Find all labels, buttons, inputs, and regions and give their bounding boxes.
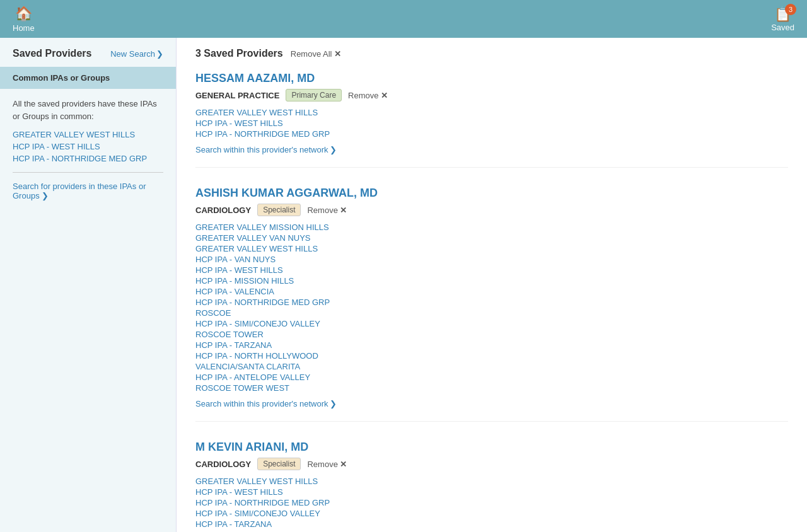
sidebar-description: All the saved providers have these IPAs … bbox=[13, 98, 163, 122]
provider-ipa-link[interactable]: GREATER VALLEY WEST HILLS bbox=[195, 108, 788, 117]
saved-label: Saved bbox=[771, 23, 794, 32]
provider-ipa-link[interactable]: HCP IPA - ANTELOPE VALLEY bbox=[195, 373, 788, 382]
provider-ipa-link[interactable]: HCP IPA - NORTHRIDGE MED GRP bbox=[195, 298, 788, 307]
provider-type-badge: Specialist bbox=[257, 204, 301, 216]
saved-badge: 3 bbox=[785, 4, 796, 15]
provider-ipa-link[interactable]: HCP IPA - TARZANA bbox=[195, 340, 788, 350]
provider-name[interactable]: M KEVIN ARIANI, MD bbox=[195, 441, 788, 454]
provider-ipa-link[interactable]: GREATER VALLEY MISSION HILLS bbox=[195, 223, 788, 232]
provider-ipa-link[interactable]: HCP IPA - NORTHRIDGE MED GRP bbox=[195, 498, 788, 507]
provider-ipas: GREATER VALLEY WEST HILLSHCP IPA - WEST … bbox=[195, 477, 788, 529]
provider-ipa-link[interactable]: HCP IPA - WEST HILLS bbox=[195, 487, 788, 497]
provider-ipa-link[interactable]: HCP IPA - VAN NUYS bbox=[195, 255, 788, 264]
remove-x: ✕ bbox=[340, 205, 347, 215]
common-groups-list: GREATER VALLEY WEST HILLSHCP IPA - WEST … bbox=[13, 130, 163, 163]
provider-meta: GENERAL PRACTICEPrimary CareRemove ✕ bbox=[195, 89, 788, 101]
saved-icon-wrap: 📋 3 bbox=[774, 6, 791, 23]
saved-header: 3 Saved Providers Remove All ✕ bbox=[195, 48, 788, 59]
remove-provider-link[interactable]: Remove ✕ bbox=[307, 205, 346, 215]
provider-ipa-link[interactable]: GREATER VALLEY WEST HILLS bbox=[195, 244, 788, 253]
saved-count: 3 Saved Providers bbox=[195, 48, 283, 59]
sidebar-common-group[interactable]: HCP IPA - NORTHRIDGE MED GRP bbox=[13, 154, 163, 163]
sidebar-common-group[interactable]: GREATER VALLEY WEST HILLS bbox=[13, 130, 163, 139]
provider-ipa-link[interactable]: HCP IPA - SIMI/CONEJO VALLEY bbox=[195, 319, 788, 328]
sidebar-header: Saved Providers New Search ❯ bbox=[0, 38, 176, 67]
provider-ipa-link[interactable]: ROSCOE TOWER bbox=[195, 330, 788, 339]
new-search-link[interactable]: New Search ❯ bbox=[110, 49, 163, 59]
remove-label: Remove bbox=[307, 205, 337, 215]
search-network-label: Search within this provider's network bbox=[195, 145, 328, 154]
remove-provider-link[interactable]: Remove ✕ bbox=[307, 460, 346, 469]
provider-card: ASHISH KUMAR AGGARWAL, MDCARDIOLOGYSpeci… bbox=[195, 187, 788, 422]
provider-name[interactable]: ASHISH KUMAR AGGARWAL, MD bbox=[195, 187, 788, 200]
header: 🏠 Home 📋 3 Saved bbox=[0, 0, 807, 38]
sidebar-common-group[interactable]: HCP IPA - WEST HILLS bbox=[13, 142, 163, 151]
home-icon: 🏠 bbox=[15, 6, 32, 22]
provider-type-badge: Primary Care bbox=[286, 89, 342, 101]
provider-card: HESSAM AAZAMI, MDGENERAL PRACTICEPrimary… bbox=[195, 72, 788, 168]
provider-ipa-link[interactable]: HCP IPA - SIMI/CONEJO VALLEY bbox=[195, 509, 788, 518]
sidebar-divider bbox=[13, 172, 163, 173]
provider-ipa-link[interactable]: HCP IPA - WEST HILLS bbox=[195, 119, 788, 128]
remove-provider-link[interactable]: Remove ✕ bbox=[348, 91, 387, 100]
provider-ipa-link[interactable]: HCP IPA - MISSION HILLS bbox=[195, 276, 788, 286]
provider-specialty: CARDIOLOGY bbox=[195, 460, 251, 469]
remove-x: ✕ bbox=[381, 91, 388, 100]
home-nav[interactable]: 🏠 Home bbox=[13, 6, 35, 33]
provider-specialty: GENERAL PRACTICE bbox=[195, 91, 279, 100]
search-network-link[interactable]: Search within this provider's network ❯ bbox=[195, 399, 337, 408]
provider-ipa-link[interactable]: HCP IPA - TARZANA bbox=[195, 519, 788, 529]
remove-label: Remove bbox=[307, 460, 337, 469]
provider-ipas: GREATER VALLEY WEST HILLSHCP IPA - WEST … bbox=[195, 108, 788, 139]
search-in-groups-link[interactable]: Search for providers in these IPAs or Gr… bbox=[13, 182, 146, 200]
home-label: Home bbox=[13, 23, 35, 33]
remove-x: ✕ bbox=[340, 460, 347, 469]
sidebar-content: All the saved providers have these IPAs … bbox=[0, 89, 176, 209]
sidebar-section-header: Common IPAs or Groups bbox=[0, 67, 176, 89]
saved-nav[interactable]: 📋 3 Saved bbox=[771, 6, 794, 32]
provider-ipa-link[interactable]: HCP IPA - VALENCIA bbox=[195, 287, 788, 296]
sidebar: Saved Providers New Search ❯ Common IPAs… bbox=[0, 38, 177, 532]
search-network-arrow: ❯ bbox=[330, 145, 337, 154]
provider-ipa-link[interactable]: HCP IPA - NORTH HOLLYWOOD bbox=[195, 351, 788, 361]
provider-meta: CARDIOLOGYSpecialistRemove ✕ bbox=[195, 204, 788, 216]
provider-ipa-link[interactable]: VALENCIA/SANTA CLARITA bbox=[195, 362, 788, 371]
provider-ipas: GREATER VALLEY MISSION HILLSGREATER VALL… bbox=[195, 223, 788, 393]
provider-name[interactable]: HESSAM AAZAMI, MD bbox=[195, 72, 788, 85]
sidebar-title: Saved Providers bbox=[13, 48, 91, 59]
provider-meta: CARDIOLOGYSpecialistRemove ✕ bbox=[195, 458, 788, 470]
provider-specialty: CARDIOLOGY bbox=[195, 205, 251, 215]
remove-all-label: Remove All bbox=[291, 49, 332, 59]
main-content: 3 Saved Providers Remove All ✕ HESSAM AA… bbox=[177, 38, 807, 532]
main-layout: Saved Providers New Search ❯ Common IPAs… bbox=[0, 38, 807, 532]
provider-type-badge: Specialist bbox=[257, 458, 301, 470]
provider-ipa-link[interactable]: ROSCOE bbox=[195, 308, 788, 318]
provider-ipa-link[interactable]: HCP IPA - NORTHRIDGE MED GRP bbox=[195, 129, 788, 139]
provider-ipa-link[interactable]: HCP IPA - WEST HILLS bbox=[195, 265, 788, 275]
provider-ipa-link[interactable]: ROSCOE TOWER WEST bbox=[195, 383, 788, 393]
provider-ipa-link[interactable]: GREATER VALLEY WEST HILLS bbox=[195, 477, 788, 486]
remove-all-x: ✕ bbox=[334, 49, 341, 59]
search-network-label: Search within this provider's network bbox=[195, 399, 328, 408]
providers-container: HESSAM AAZAMI, MDGENERAL PRACTICEPrimary… bbox=[195, 72, 788, 532]
new-search-arrow: ❯ bbox=[156, 49, 163, 59]
search-network-link[interactable]: Search within this provider's network ❯ bbox=[195, 145, 337, 154]
search-groups-arrow: ❯ bbox=[42, 191, 49, 200]
provider-card: M KEVIN ARIANI, MDCARDIOLOGYSpecialistRe… bbox=[195, 441, 788, 532]
new-search-label: New Search bbox=[110, 49, 155, 59]
remove-all-link[interactable]: Remove All ✕ bbox=[291, 49, 341, 59]
search-network-arrow: ❯ bbox=[330, 399, 337, 408]
search-groups-label: Search for providers in these IPAs or Gr… bbox=[13, 182, 146, 200]
provider-ipa-link[interactable]: GREATER VALLEY VAN NUYS bbox=[195, 233, 788, 243]
remove-label: Remove bbox=[348, 91, 378, 100]
